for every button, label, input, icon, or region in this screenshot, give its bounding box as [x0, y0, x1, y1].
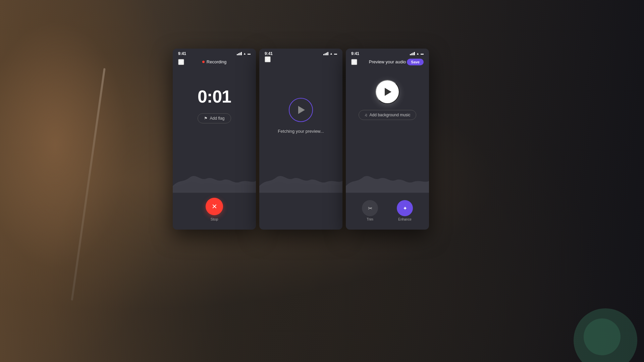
waveform-svg-2: [259, 166, 342, 193]
status-icons-2: ▲ ▬: [323, 52, 337, 55]
bottom-toolbar: ✂ Trim ✦ Enhance: [346, 200, 429, 221]
nav-bar-1: ✕ Recording: [173, 57, 256, 66]
battery-icon-2: ▬: [334, 52, 337, 55]
add-flag-button[interactable]: ⚑ Add flag: [198, 113, 231, 123]
nav-bar-2: ✕: [259, 57, 342, 61]
enhance-label: Enhance: [398, 218, 411, 221]
battery-icon-1: ▬: [248, 52, 251, 55]
stop-button-container: ✕ Stop: [206, 198, 223, 221]
enhance-icon-circle: ✦: [397, 200, 413, 216]
status-time-2: 9:41: [265, 51, 273, 56]
trim-icon-circle: ✂: [362, 200, 378, 216]
waveform-svg-1: [173, 166, 256, 193]
nav-title-1: Recording: [202, 59, 226, 64]
status-bar-2: 9:41 ▲ ▬: [259, 49, 342, 57]
recording-content: 0:01 ⚑ Add flag: [173, 66, 256, 123]
close-button-3[interactable]: ✕: [351, 59, 357, 65]
status-time-1: 9:41: [178, 51, 186, 56]
wifi-icon-2: ▲: [330, 52, 333, 55]
waveform-area-2: [259, 166, 342, 193]
waveform-area-3: [346, 166, 429, 193]
play-button-2[interactable]: [289, 98, 313, 122]
status-bar-1: 9:41 ▲ ▬: [173, 49, 256, 57]
scissors-icon: ✂: [368, 205, 372, 212]
wifi-icon-1: ▲: [243, 52, 246, 55]
status-bar-3: 9:41 ▲ ▬: [346, 49, 429, 57]
phones-container: 9:41 ▲ ▬ ✕ Recording 0:01: [173, 49, 429, 230]
play-triangle-icon-3: [385, 88, 391, 96]
trim-label: Trim: [367, 218, 373, 221]
waveform-svg-3: [346, 166, 429, 193]
recording-dot: [202, 61, 205, 63]
add-background-music-button[interactable]: ♫ Add background music: [359, 110, 416, 120]
trim-tool[interactable]: ✂ Trim: [362, 200, 378, 221]
preview-content: ♫ Add background music: [346, 66, 429, 120]
timer-display: 0:01: [198, 86, 231, 107]
wifi-icon-3: ▲: [416, 52, 419, 55]
close-button-2[interactable]: ✕: [265, 56, 271, 62]
fetching-text: Fetching your preview...: [278, 129, 324, 134]
phone-preview-screen: 9:41 ▲ ▬ ✕ Preview your audio Save: [346, 49, 429, 230]
sparkle-icon: ✦: [403, 205, 407, 212]
enhance-tool[interactable]: ✦ Enhance: [397, 200, 413, 221]
save-button[interactable]: Save: [407, 59, 424, 65]
status-icons-3: ▲ ▬: [410, 52, 424, 55]
nav-title-3: Preview your audio: [369, 59, 406, 64]
music-note-icon: ♫: [364, 113, 367, 117]
signal-icon-3: [410, 52, 415, 55]
signal-icon-2: [323, 52, 328, 55]
stop-x-icon: ✕: [212, 203, 217, 210]
signal-icon-1: [237, 52, 242, 55]
stop-button[interactable]: ✕: [206, 198, 223, 215]
battery-icon-3: ▬: [421, 52, 424, 55]
flag-icon: ⚑: [204, 116, 208, 121]
deco-circle-inner: [584, 318, 621, 355]
status-time-3: 9:41: [351, 51, 359, 56]
play-button-3[interactable]: [375, 80, 399, 104]
status-icons-1: ▲ ▬: [237, 52, 251, 55]
waveform-area-1: [173, 166, 256, 193]
nav-bar-3: ✕ Preview your audio Save: [346, 57, 429, 66]
phone-recording-screen: 9:41 ▲ ▬ ✕ Recording 0:01: [173, 49, 256, 230]
play-triangle-icon-2: [298, 106, 305, 114]
fetching-content: Fetching your preview...: [259, 61, 342, 170]
close-button-1[interactable]: ✕: [178, 59, 184, 65]
phone-fetching-screen: 9:41 ▲ ▬ ✕ Fetching your preview...: [259, 49, 342, 230]
stop-label: Stop: [211, 217, 218, 221]
